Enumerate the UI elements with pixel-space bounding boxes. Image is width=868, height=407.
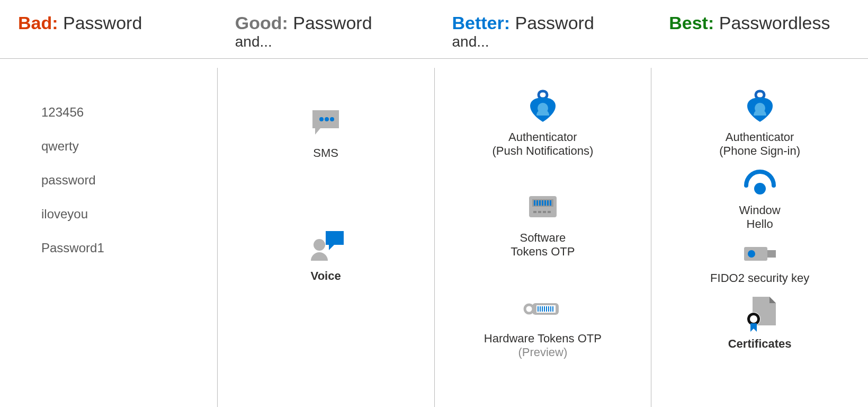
svg-point-2 xyxy=(319,117,324,121)
authenticator-push-sub: (Push Notifications) xyxy=(493,144,594,158)
svg-rect-17 xyxy=(547,200,549,206)
bad-password-item: Password1 xyxy=(41,241,104,255)
svg-point-44 xyxy=(750,315,757,323)
item-authenticator-phone: Authenticator (Phone Sign-in) xyxy=(719,89,800,158)
column-best: Best: Passwordless Authenticator (Phone xyxy=(651,0,868,407)
item-software-token: Software Tokens OTP xyxy=(511,190,575,259)
best-suffix: Passwordless xyxy=(714,13,830,33)
bad-password-item: iloveyou xyxy=(41,207,104,222)
good-prefix: Good: xyxy=(235,13,288,33)
svg-marker-41 xyxy=(769,297,776,303)
svg-rect-27 xyxy=(540,306,541,312)
svg-rect-20 xyxy=(538,211,541,213)
voice-label: Voice xyxy=(311,269,341,283)
item-voice: Voice xyxy=(305,228,347,283)
hardware-token-label: Hardware Tokens OTP xyxy=(484,332,602,346)
svg-rect-22 xyxy=(548,211,551,213)
svg-rect-26 xyxy=(538,306,539,312)
authenticator-phone-label: Authenticator xyxy=(726,130,794,144)
hardware-token-sub: (Preview) xyxy=(518,346,567,359)
column-better-body: Authenticator (Push Notifications) xyxy=(434,68,651,407)
svg-rect-18 xyxy=(550,200,551,206)
authenticator-lock-icon xyxy=(522,89,564,126)
svg-point-3 xyxy=(325,117,329,121)
software-token-sub: Tokens OTP xyxy=(511,245,575,259)
column-bad: Bad: Password 123456 qwerty password ilo… xyxy=(0,0,217,407)
svg-rect-32 xyxy=(550,306,551,312)
bad-suffix: Password xyxy=(58,13,142,33)
svg-point-23 xyxy=(525,305,533,313)
svg-rect-6 xyxy=(326,231,344,245)
bad-password-item: 123456 xyxy=(41,105,104,120)
column-bad-body: 123456 qwerty password iloveyou Password… xyxy=(0,68,217,407)
svg-point-36 xyxy=(754,183,766,194)
authenticator-push-label: Authenticator xyxy=(508,130,577,144)
voice-icon xyxy=(305,228,347,265)
bad-password-item: password xyxy=(41,173,104,188)
svg-rect-8 xyxy=(539,91,547,99)
svg-rect-34 xyxy=(756,91,764,99)
column-bad-header: Bad: Password xyxy=(0,0,217,68)
svg-marker-1 xyxy=(315,128,320,135)
column-better-header: Better: Password and... xyxy=(434,0,651,68)
good-subheading: and... xyxy=(235,33,416,50)
fido2-label: FIDO2 security key xyxy=(710,271,809,285)
column-best-header: Best: Passwordless xyxy=(651,0,868,68)
authenticator-lock-icon xyxy=(739,89,781,126)
sms-icon xyxy=(305,105,347,142)
software-token-icon xyxy=(522,190,564,227)
better-prefix: Better: xyxy=(452,13,511,33)
bad-prefix: Bad: xyxy=(18,13,58,33)
svg-point-39 xyxy=(748,250,755,258)
better-suffix: Password xyxy=(510,13,594,33)
svg-marker-45 xyxy=(750,323,757,332)
svg-point-5 xyxy=(314,239,325,251)
software-token-label: Software xyxy=(520,231,566,245)
column-good-header: Good: Password and... xyxy=(217,0,434,68)
svg-rect-15 xyxy=(542,200,543,206)
column-best-body: Authenticator (Phone Sign-in) Window Hel… xyxy=(651,68,868,407)
svg-rect-19 xyxy=(533,211,536,213)
item-hardware-token: Hardware Tokens OTP (Preview) xyxy=(484,290,602,359)
column-good-body: SMS Voice xyxy=(217,68,434,407)
svg-marker-7 xyxy=(329,245,334,250)
hardware-token-icon xyxy=(522,290,564,328)
windows-hello-icon xyxy=(739,167,781,199)
svg-rect-38 xyxy=(767,250,776,258)
bad-password-list: 123456 qwerty password iloveyou Password… xyxy=(0,89,104,255)
authenticator-phone-sub: (Phone Sign-in) xyxy=(719,144,800,158)
good-suffix: Password xyxy=(288,13,372,33)
svg-rect-31 xyxy=(548,306,549,312)
item-authenticator-push: Authenticator (Push Notifications) xyxy=(493,89,594,158)
windows-hello-label: Window xyxy=(739,204,781,217)
better-subheading: and... xyxy=(452,33,633,50)
svg-rect-14 xyxy=(539,200,541,206)
certificates-label: Certificates xyxy=(728,337,792,351)
item-fido2: FIDO2 security key xyxy=(710,241,809,285)
column-good: Good: Password and... SMS xyxy=(217,0,434,407)
item-windows-hello: Window Hello xyxy=(739,167,781,231)
svg-rect-12 xyxy=(534,200,535,206)
bad-password-item: qwerty xyxy=(41,139,104,154)
svg-rect-33 xyxy=(552,306,553,312)
svg-rect-21 xyxy=(543,211,546,213)
certificate-icon xyxy=(739,295,781,333)
svg-rect-28 xyxy=(542,306,543,312)
sms-label: SMS xyxy=(313,146,338,160)
svg-rect-30 xyxy=(546,306,547,312)
svg-rect-13 xyxy=(536,200,538,206)
svg-point-4 xyxy=(330,117,334,121)
windows-hello-sub: Hello xyxy=(747,217,773,231)
svg-rect-29 xyxy=(544,306,545,312)
column-better: Better: Password and... Authenticator xyxy=(434,0,651,407)
best-prefix: Best: xyxy=(669,13,714,33)
item-sms: SMS xyxy=(305,105,347,160)
item-certificates: Certificates xyxy=(728,295,792,351)
svg-rect-37 xyxy=(744,247,767,261)
svg-rect-16 xyxy=(544,200,546,206)
fido2-key-icon xyxy=(739,241,781,267)
